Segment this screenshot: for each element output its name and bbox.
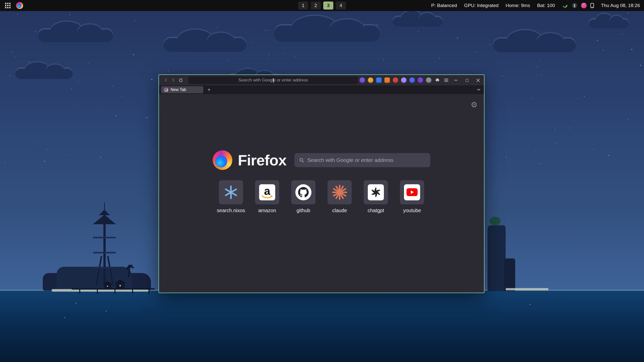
star xyxy=(555,143,556,144)
list-all-tabs-button[interactable] xyxy=(476,87,481,93)
star xyxy=(71,89,71,89)
star xyxy=(217,27,218,28)
gpu-status: GPU: Integrated xyxy=(464,3,498,8)
maximize-button[interactable] xyxy=(465,78,469,82)
star xyxy=(73,106,74,107)
status-bar: 1 2 3 4 P: Balanced GPU: Integrated Home… xyxy=(0,0,644,11)
minimize-button[interactable] xyxy=(454,78,458,82)
close-button[interactable] xyxy=(476,78,480,82)
workspace-3[interactable]: 3 xyxy=(323,2,333,10)
star xyxy=(541,74,542,75)
tab-label: New Tab xyxy=(171,87,186,92)
back-arrow-icon xyxy=(164,78,168,82)
extension-lavender-icon[interactable] xyxy=(401,77,407,83)
newtab-search-input[interactable] xyxy=(307,157,426,163)
new-tab-page: ⚙ Firefox search.nixos xyxy=(159,94,484,293)
star xyxy=(147,117,148,118)
star xyxy=(439,58,440,59)
firefox-favicon xyxy=(164,87,168,92)
star xyxy=(89,63,89,63)
shortcut-youtube[interactable]: youtube xyxy=(400,180,424,213)
extension-red-icon[interactable] xyxy=(393,77,398,83)
workspace-switcher: 1 2 3 4 xyxy=(298,2,346,10)
star xyxy=(103,112,103,112)
leaf-icon[interactable] xyxy=(562,3,568,9)
extension-violet-icon[interactable] xyxy=(418,77,423,83)
workspace-2[interactable]: 2 xyxy=(311,2,321,10)
star xyxy=(12,52,12,53)
shortcut-search-nixos[interactable]: search.nixos xyxy=(219,180,243,213)
extension-blue-icon[interactable] xyxy=(376,77,382,83)
firefox-logo xyxy=(213,150,232,170)
extension-gray-icon[interactable] xyxy=(426,77,431,83)
star xyxy=(555,129,555,130)
firefox-taskbar-icon[interactable] xyxy=(16,2,23,9)
cloud xyxy=(392,16,443,27)
personalize-gear-icon[interactable]: ⚙ xyxy=(471,101,477,109)
cloud xyxy=(164,37,247,52)
shortcut-label: youtube xyxy=(403,208,421,213)
amazon-icon: a xyxy=(259,184,275,200)
cloud xyxy=(38,28,113,42)
background-rock xyxy=(488,221,520,291)
text-caret xyxy=(273,78,274,83)
back-button[interactable] xyxy=(162,76,170,84)
app-launcher-button[interactable] xyxy=(4,2,12,9)
shortcut-tiles: search.nixos a amazon xyxy=(219,180,424,213)
phone-icon[interactable] xyxy=(590,3,594,8)
star xyxy=(82,153,83,154)
bluetooth-icon[interactable] xyxy=(572,3,577,8)
extensions-puzzle-icon[interactable] xyxy=(435,78,440,83)
reload-button[interactable] xyxy=(177,76,185,84)
extension-orange-icon[interactable] xyxy=(384,77,390,83)
star xyxy=(268,54,269,55)
star xyxy=(537,67,538,67)
tab-new-tab[interactable]: New Tab xyxy=(161,86,203,93)
star xyxy=(295,57,296,57)
shortcut-github[interactable]: github xyxy=(291,180,315,213)
star xyxy=(457,37,458,38)
star xyxy=(506,157,506,157)
maximize-icon xyxy=(466,79,468,82)
extension-indigo-icon[interactable] xyxy=(409,77,415,83)
star xyxy=(533,98,533,98)
menu-hamburger-icon[interactable] xyxy=(444,78,449,83)
minimize-icon xyxy=(454,80,457,80)
shortcut-claude[interactable]: claude xyxy=(328,180,352,213)
star xyxy=(227,60,228,60)
star xyxy=(622,34,622,34)
star xyxy=(32,142,32,142)
extension-purple-icon[interactable] xyxy=(359,77,365,83)
new-tab-button[interactable]: + xyxy=(206,86,212,93)
newtab-search-bar[interactable] xyxy=(295,153,430,167)
url-bar[interactable] xyxy=(188,76,358,84)
star xyxy=(146,117,146,118)
star xyxy=(609,155,609,156)
color-wheel-icon[interactable] xyxy=(581,3,587,8)
star xyxy=(539,163,540,164)
star xyxy=(116,115,117,116)
power-profile-status: P: Balanced xyxy=(431,3,457,8)
workspace-1[interactable]: 1 xyxy=(298,2,308,10)
star xyxy=(284,53,284,54)
star xyxy=(265,30,266,31)
workspace-4[interactable]: 4 xyxy=(336,2,346,10)
star xyxy=(502,76,503,76)
star xyxy=(78,81,79,82)
shortcut-amazon[interactable]: a amazon xyxy=(255,180,279,213)
star xyxy=(536,150,536,151)
star xyxy=(154,150,154,151)
shortcut-chatgpt[interactable]: chatgpt xyxy=(364,180,388,213)
close-icon xyxy=(476,79,480,82)
star xyxy=(125,41,125,42)
forward-button[interactable] xyxy=(170,76,177,84)
star xyxy=(377,24,377,25)
star xyxy=(631,49,632,50)
cloud xyxy=(15,67,73,79)
youtube-play-icon xyxy=(404,184,420,200)
extension-amber-icon[interactable] xyxy=(368,77,373,83)
star xyxy=(268,30,269,30)
star xyxy=(18,62,19,62)
battery-status: Bat: 100 xyxy=(537,3,555,8)
star xyxy=(578,99,578,99)
